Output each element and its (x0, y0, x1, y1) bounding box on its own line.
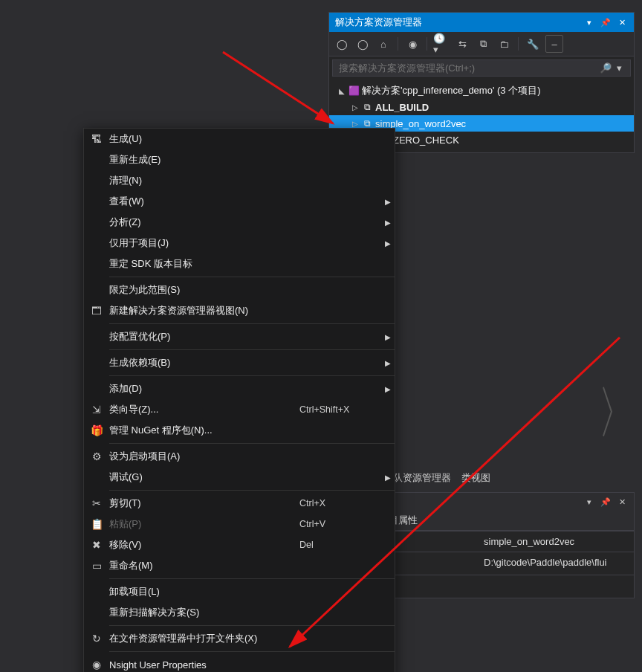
collapse-icon[interactable]: ⧉ (475, 36, 491, 52)
pin-icon[interactable]: 📌 (600, 16, 612, 28)
submenu-arrow-icon: ▶ (381, 474, 395, 482)
dropdown-icon[interactable]: ▾ (583, 16, 595, 28)
scope-icon[interactable]: ◉ (404, 36, 421, 52)
project-all-build[interactable]: ▷ ⧉ ALL_BUILD (329, 99, 634, 115)
solution-node[interactable]: ◣ 🟪 解决方案'cpp_inference_demo' (3 个项目) (329, 83, 634, 99)
solution-icon: 🟪 (347, 85, 360, 96)
menu-remove[interactable]: ✖移除(V)Del (84, 534, 395, 555)
shortcut: Ctrl+X (299, 498, 381, 508)
menu-rescan[interactable]: 重新扫描解决方案(S) (84, 602, 395, 623)
properties-icon[interactable]: 🔧 (525, 36, 541, 52)
cut-icon: ✂ (84, 497, 109, 509)
nuget-icon: 🎁 (84, 424, 109, 436)
menu-rebuild[interactable]: 重新生成(E) (84, 149, 395, 170)
menu-new-view[interactable]: 🗔新建解决方案资源管理器视图(N) (84, 300, 395, 321)
prop-name-value[interactable]: simple_on_word2vec (478, 531, 634, 552)
expand-arrow-icon[interactable]: ◣ (337, 87, 347, 95)
menu-scope[interactable]: 限定为此范围(S) (84, 280, 395, 300)
tab-class-view[interactable]: 类视图 (461, 471, 490, 485)
context-menu: 🏗生成(U) 重新生成(E) 清理(N) 查看(W)▶ 分析(Z)▶ 仅用于项目… (83, 128, 395, 672)
shortcut: Ctrl+Shift+X (299, 404, 381, 415)
menu-view[interactable]: 查看(W)▶ (84, 191, 395, 212)
refresh-icon[interactable]: 🕓▾ (433, 36, 450, 52)
project-label: ALL_BUILD (375, 102, 429, 113)
menu-deps[interactable]: 生成依赖项(B)▶ (84, 352, 395, 373)
collapsed-arrow-icon[interactable]: ▷ (350, 103, 360, 112)
search-input[interactable] (337, 62, 599, 74)
explorer-toolbar: ◯ ◯ ⌂ ◉ 🕓▾ ⇆ ⧉ 🗀 🔧 – (329, 32, 634, 56)
submenu-arrow-icon: ▶ (381, 385, 395, 393)
menu-project-only[interactable]: 仅用于项目(J)▶ (84, 233, 395, 253)
forward-icon[interactable]: ◯ (354, 36, 371, 52)
submenu-arrow-icon: ▶ (381, 198, 395, 206)
showall-icon[interactable]: 🗀 (496, 36, 512, 52)
new-view-icon: 🗔 (84, 305, 109, 317)
solution-label: 解决方案'cpp_inference_demo' (3 个项目) (362, 84, 541, 97)
menu-cut[interactable]: ✂剪切(T)Ctrl+X (84, 493, 395, 514)
menu-nuget[interactable]: 🎁管理 NuGet 程序包(N)... (84, 420, 395, 441)
dropdown-icon[interactable]: ▾ (583, 496, 595, 508)
svg-line-0 (223, 52, 333, 123)
pin-icon[interactable]: 📌 (600, 496, 612, 508)
menu-add[interactable]: 添加(D)▶ (84, 378, 395, 399)
collapsed-arrow-icon[interactable]: ▷ (350, 120, 360, 128)
next-chevron-icon[interactable]: 〉 (597, 375, 638, 451)
preview-icon[interactable]: – (545, 35, 563, 53)
project-icon: ⧉ (360, 102, 374, 112)
menu-open-folder[interactable]: ↻在文件资源管理器中打开文件夹(X) (84, 628, 395, 649)
project-label: ZERO_CHECK (393, 135, 459, 146)
menu-startup[interactable]: ⚙设为启动项目(A) (84, 446, 395, 467)
project-icon: ⧉ (360, 118, 374, 129)
gear-icon: ⚙ (84, 450, 109, 462)
remove-icon: ✖ (84, 539, 109, 551)
menu-unload[interactable]: 卸载项目(L) (84, 581, 395, 602)
search-dropdown-icon[interactable]: ▾ (612, 62, 626, 74)
submenu-arrow-icon: ▶ (381, 219, 395, 227)
panel-titlebar[interactable]: 解决方案资源管理器 ▾ 📌 ✕ (329, 13, 634, 32)
paste-icon: 📋 (84, 518, 109, 530)
menu-clean[interactable]: 清理(N) (84, 170, 395, 191)
rename-icon: ▭ (84, 560, 109, 572)
menu-debug[interactable]: 调试(G)▶ (84, 467, 395, 488)
search-icon[interactable]: 🔎 (599, 62, 612, 74)
open-folder-icon: ↻ (84, 633, 109, 644)
submenu-arrow-icon: ▶ (381, 333, 395, 341)
close-icon[interactable]: ✕ (616, 16, 628, 28)
sync-icon[interactable]: ⇆ (454, 36, 470, 52)
shortcut: Ctrl+V (299, 519, 381, 529)
home-icon[interactable]: ⌂ (375, 36, 392, 52)
shortcut: Del (299, 540, 381, 550)
menu-build[interactable]: 🏗生成(U) (84, 129, 395, 149)
prop-path-value[interactable]: D:\gitcode\Paddle\paddle\flui (478, 552, 634, 575)
menu-nsight[interactable]: ◉Nsight User Properties (84, 654, 395, 672)
menu-paste: 📋粘贴(P)Ctrl+V (84, 514, 395, 534)
nsight-icon: ◉ (84, 659, 109, 671)
menu-retarget[interactable]: 重定 SDK 版本目标 (84, 253, 395, 274)
menu-class-wizard[interactable]: ⇲类向导(Z)...Ctrl+Shift+X (84, 399, 395, 420)
submenu-arrow-icon: ▶ (381, 359, 395, 367)
search-bar[interactable]: 🔎 ▾ (332, 59, 631, 77)
menu-rename[interactable]: ▭重命名(M) (84, 555, 395, 576)
menu-analyze[interactable]: 分析(Z)▶ (84, 212, 395, 233)
panel-title-text: 解决方案资源管理器 (335, 16, 422, 29)
build-icon: 🏗 (84, 133, 109, 145)
submenu-arrow-icon: ▶ (381, 239, 395, 248)
menu-optimize[interactable]: 按配置优化(P)▶ (84, 326, 395, 347)
close-icon[interactable]: ✕ (616, 496, 628, 508)
wizard-icon: ⇲ (84, 404, 109, 416)
back-icon[interactable]: ◯ (334, 36, 350, 52)
